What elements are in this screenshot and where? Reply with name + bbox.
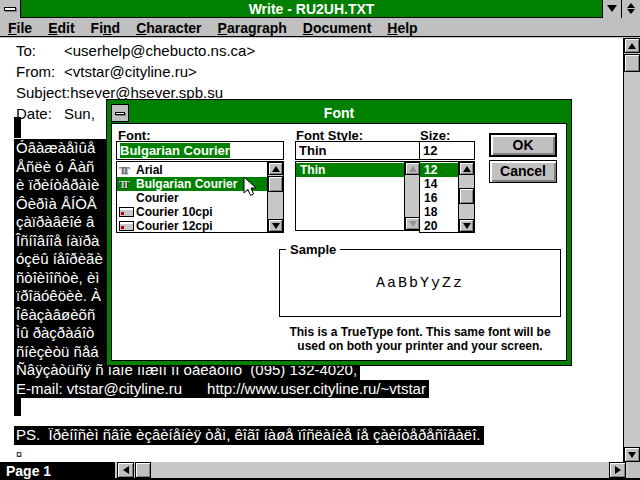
font-list-scroll-down[interactable] <box>268 219 283 232</box>
size-list-scrollbar[interactable] <box>458 162 474 232</box>
size-list-scroll-up[interactable] <box>459 162 474 175</box>
selected-line: Ôèðìà ÅÍÒÅ <box>14 195 106 214</box>
style-list-item-label: Thin <box>300 163 325 177</box>
font-list-item[interactable]: Courier 10cpi <box>117 205 267 219</box>
printer-icon <box>119 207 136 217</box>
font-list-item-label: Courier 10cpi <box>136 205 213 219</box>
horizontal-scrollbar[interactable] <box>115 462 628 478</box>
sample-group-label: Sample <box>286 242 340 257</box>
style-list-scroll-up <box>405 162 420 175</box>
menu-item-edit[interactable]: Edit <box>40 20 82 36</box>
vertical-scroll-thumb[interactable] <box>624 54 640 72</box>
size-list-item[interactable]: 12 <box>420 163 458 177</box>
size-input[interactable]: 12 <box>419 141 475 160</box>
selected-line: ñíèçèòü ñåá <box>14 343 106 362</box>
header-line: From:<vtstar@cityline.ru> <box>16 61 255 82</box>
font-dialog: Font Font: Bulgarian Courier ArialBulgar… <box>106 99 572 366</box>
ps-line: PS. Ïðèíîñèì ñâîè èçâèíåíèÿ òåì, êîãî íà… <box>14 426 484 445</box>
ok-button[interactable]: OK <box>489 133 557 157</box>
header-line: To:<userhelp@chebucto.ns.ca> <box>16 40 255 61</box>
scroll-down-button[interactable] <box>624 447 640 462</box>
minimize-icon <box>607 5 617 12</box>
scroll-right-button[interactable] <box>609 462 626 478</box>
selected-line: Îêàçàâøèõñ <box>14 306 106 325</box>
scroll-up-button[interactable] <box>624 38 640 53</box>
horizontal-scroll-thumb[interactable] <box>135 462 151 478</box>
end-of-document-marker: ¤ <box>14 445 484 464</box>
style-list-scroll-down <box>405 217 420 230</box>
font-list-scroll-up[interactable] <box>268 162 283 175</box>
font-list-item[interactable]: Courier 12cpi <box>117 219 267 233</box>
scrollbar-corner <box>628 462 640 478</box>
selected-line: Îñíîâíîå íàïðà <box>14 232 106 251</box>
header-label: Subject: <box>16 84 70 101</box>
title-bar: Write - RU2UH.TXT <box>0 0 640 18</box>
selected-empty-line <box>14 398 21 416</box>
down-arrow-icon <box>272 223 280 229</box>
mouse-cursor-icon <box>243 176 258 197</box>
menu-item-file[interactable]: File <box>0 20 40 36</box>
font-list-item[interactable]: Arial <box>117 163 267 177</box>
font-list-scroll-thumb[interactable] <box>268 176 283 192</box>
font-list-item-label: Bulgarian Courier <box>136 177 237 191</box>
control-menu-button[interactable] <box>0 0 21 18</box>
dialog-control-menu-button[interactable] <box>111 104 129 122</box>
size-list-item[interactable]: 20 <box>420 219 458 233</box>
scroll-left-button[interactable] <box>117 462 134 478</box>
up-arrow-icon <box>272 166 280 172</box>
restore-down-icon <box>627 9 635 14</box>
printer-icon <box>119 221 136 231</box>
size-list-item[interactable]: 16 <box>420 191 458 205</box>
cancel-button[interactable]: Cancel <box>489 160 557 183</box>
font-list-item-label: Courier 12cpi <box>136 219 213 233</box>
sample-group: Sample AaBbYyZz <box>279 249 561 317</box>
style-list-item[interactable]: Thin <box>296 163 404 177</box>
font-style-input[interactable]: Thin <box>295 141 421 160</box>
status-bar: Page 1 <box>0 462 640 480</box>
dialog-title: Font <box>107 104 571 123</box>
size-list-item[interactable]: 18 <box>420 205 458 219</box>
up-arrow-icon <box>463 166 471 172</box>
down-arrow-icon <box>628 452 636 458</box>
font-list[interactable]: ArialBulgarian CourierCourierCourier 10c… <box>116 161 284 233</box>
size-list-item-label: 14 <box>424 177 437 191</box>
header-value: <vtstar@cityline.ru> <box>64 63 197 80</box>
font-style-list-scrollbar[interactable] <box>404 162 420 230</box>
menu-item-paragraph[interactable]: Paragraph <box>210 20 295 36</box>
size-list-item-label: 16 <box>424 191 437 205</box>
email-line: E-mail: vtstar@cityline.ru http://www.us… <box>14 380 429 399</box>
truetype-icon <box>119 178 136 190</box>
selected-line: óçëû íåîðèãè <box>14 250 106 269</box>
font-style-list[interactable]: Thin <box>295 161 421 231</box>
header-value: <userhelp@chebucto.ns.ca> <box>64 42 255 59</box>
menu-item-find[interactable]: Find <box>83 20 129 36</box>
size-list-scroll-thumb[interactable] <box>459 188 474 204</box>
header-label: Date: <box>16 105 64 122</box>
down-arrow-icon <box>409 221 417 227</box>
right-arrow-icon <box>615 466 621 474</box>
selected-line: Åñëè ó Âàñ <box>14 158 106 177</box>
size-list-item[interactable]: 14 <box>420 177 458 191</box>
font-input[interactable]: Bulgarian Courier <box>116 141 284 160</box>
size-list-item-label: 18 <box>424 205 437 219</box>
size-list-item-label: 12 <box>424 163 437 177</box>
page-indicator: Page 1 <box>0 462 115 480</box>
menu-item-help[interactable]: Help <box>379 20 425 36</box>
left-arrow-icon <box>123 466 129 474</box>
font-input-value: Bulgarian Courier <box>120 143 230 158</box>
menu-item-document[interactable]: Document <box>295 20 379 36</box>
header-value: Sun, <box>64 105 95 122</box>
down-arrow-icon <box>463 223 471 229</box>
vertical-scrollbar[interactable] <box>623 38 640 462</box>
menu-item-character[interactable]: Character <box>128 20 209 36</box>
window-title: Write - RU2UH.TXT <box>21 1 602 17</box>
up-arrow-icon <box>409 166 417 172</box>
restore-button[interactable] <box>621 0 640 18</box>
size-list[interactable]: 1214161820 <box>419 161 475 233</box>
size-list-scroll-down[interactable] <box>459 219 474 232</box>
minimize-button[interactable] <box>602 0 621 18</box>
control-menu-icon <box>4 7 16 11</box>
selected-line: çàïðàâêîé â <box>14 213 106 232</box>
up-arrow-icon <box>628 43 636 49</box>
font-list-scrollbar[interactable] <box>267 162 283 232</box>
